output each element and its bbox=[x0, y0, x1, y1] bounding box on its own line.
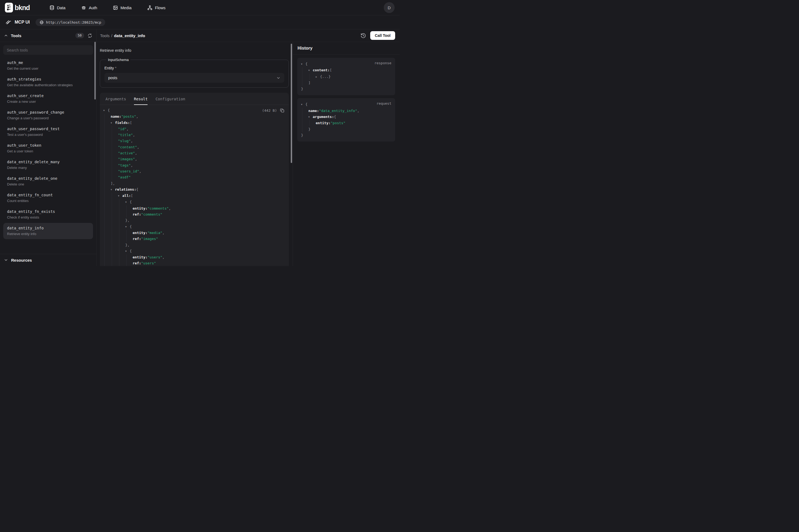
tool-detail-panel: Retrieve entity info InputSchema Entity*… bbox=[97, 42, 293, 266]
json-row: ▼all: [ bbox=[103, 193, 285, 199]
breadcrumb-bar: Tools/data_entity_info Call Tool bbox=[97, 29, 400, 42]
tool-description: Test a user's password bbox=[7, 133, 89, 137]
breadcrumb-root[interactable]: Tools bbox=[100, 33, 110, 38]
tabs: Arguments Result Configuration bbox=[100, 93, 289, 105]
tool-list-item-data_entity_fn_exists[interactable]: data_entity_fn_existsCheck if entity exi… bbox=[3, 206, 93, 223]
json-row: ▼arguments: { bbox=[301, 114, 392, 120]
json-row: ▼{ bbox=[103, 224, 285, 230]
image-icon bbox=[113, 5, 118, 10]
tool-list-item-auth_strategies[interactable]: auth_strategiesGet the available authent… bbox=[3, 74, 93, 90]
call-tool-button[interactable]: Call Tool bbox=[370, 31, 395, 40]
tool-list-item-auth_user_create[interactable]: auth_user_createCreate a new user bbox=[3, 91, 93, 107]
collapse-toggle-icon[interactable]: ▼ bbox=[125, 224, 130, 230]
json-row: "id", bbox=[103, 126, 285, 132]
tab-result[interactable]: Result bbox=[134, 93, 148, 105]
search-input[interactable] bbox=[3, 45, 93, 55]
tool-list-item-auth_user_password_test[interactable]: auth_user_password_testTest a user's pas… bbox=[3, 124, 93, 140]
copy-icon[interactable] bbox=[280, 108, 285, 113]
entity-select[interactable]: posts bbox=[104, 73, 284, 83]
main-nav: Data Auth Media bbox=[49, 5, 166, 10]
tool-list-item-data_entity_delete_many[interactable]: data_entity_delete_manyDelete many bbox=[3, 157, 93, 173]
collapse-toggle-icon[interactable]: ▼ bbox=[308, 114, 313, 120]
resources-section-title: Resources bbox=[11, 258, 32, 263]
collapse-toggle-icon[interactable]: ▼ bbox=[118, 193, 122, 199]
bknd-logo[interactable]: bknd bbox=[5, 3, 30, 13]
breadcrumb: Tools/data_entity_info bbox=[100, 33, 145, 38]
tool-name: auth_strategies bbox=[7, 77, 89, 81]
history-title: History bbox=[298, 46, 312, 51]
tool-list-item-data_entity_delete_one[interactable]: data_entity_delete_oneDelete one bbox=[3, 173, 93, 190]
tool-description: Get the available authentication strateg… bbox=[7, 83, 89, 87]
tools-list: auth_meGet the current userauth_strategi… bbox=[0, 57, 96, 254]
json-row: "asdf" bbox=[103, 174, 285, 180]
history-entry-request[interactable]: request ▼{name: "data_entity_info",▼argu… bbox=[297, 98, 395, 141]
tool-name: auth_user_token bbox=[7, 143, 89, 148]
sidebar-scrollbar[interactable] bbox=[94, 42, 96, 99]
tool-list-item-data_entity_fn_count[interactable]: data_entity_fn_countCount entities bbox=[3, 190, 93, 206]
fingerprint-icon bbox=[81, 5, 86, 10]
tool-list-item-auth_me[interactable]: auth_meGet the current user bbox=[3, 57, 93, 74]
entity-select-value: posts bbox=[108, 76, 117, 80]
result-card: Arguments Result Configuration (442 B) bbox=[100, 93, 289, 266]
user-avatar[interactable]: D bbox=[384, 2, 395, 13]
json-row: } bbox=[301, 132, 392, 138]
json-row: ▼fields: [ bbox=[103, 120, 285, 126]
json-row: ▼{ bbox=[103, 199, 285, 205]
json-row: ref: "images" bbox=[103, 236, 285, 242]
flow-graph-icon bbox=[147, 5, 152, 10]
nav-item-media[interactable]: Media bbox=[113, 5, 132, 10]
refresh-tools-button[interactable] bbox=[88, 33, 92, 38]
json-row: "images", bbox=[103, 156, 285, 162]
avatar-initial: D bbox=[388, 5, 391, 10]
collapse-toggle-icon[interactable]: ▼ bbox=[308, 67, 313, 74]
nav-item-auth[interactable]: Auth bbox=[81, 5, 97, 10]
json-row: ▼{ bbox=[103, 107, 285, 114]
main-scrollbar[interactable] bbox=[291, 44, 292, 163]
collapse-toggle-icon[interactable]: ▼ bbox=[103, 107, 108, 114]
expand-toggle-icon[interactable]: ▶ bbox=[316, 74, 320, 80]
mcp-url-pill[interactable]: http://localhost:28623/mcp bbox=[36, 19, 106, 26]
json-row: entity: "users", bbox=[103, 254, 285, 260]
collapse-toggle-icon[interactable]: ▼ bbox=[125, 248, 130, 254]
collapse-toggle-icon[interactable]: ▼ bbox=[111, 187, 115, 193]
input-schema-fieldset: InputSchema Entity* posts bbox=[100, 58, 289, 88]
collapse-toggle-icon[interactable]: ▼ bbox=[111, 120, 115, 126]
history-panel: History response ▼{▼content: [▶{...}]} r… bbox=[293, 42, 400, 266]
history-entry-response[interactable]: response ▼{▼content: [▶{...}]} bbox=[297, 58, 395, 95]
input-schema-legend: InputSchema bbox=[106, 58, 131, 62]
json-row: ], bbox=[103, 180, 285, 187]
json-row: "active", bbox=[103, 150, 285, 156]
nav-item-data[interactable]: Data bbox=[49, 5, 65, 10]
tool-description: Retrieve entity info bbox=[7, 232, 89, 236]
json-row: }, bbox=[103, 242, 285, 248]
resources-section-header[interactable]: Resources bbox=[0, 254, 96, 266]
tools-sidebar: Tools 50 auth_meGet the current userauth… bbox=[0, 29, 97, 266]
mcp-header: MCP UI http://localhost:28623/mcp bbox=[0, 16, 400, 29]
tool-name: data_entity_delete_many bbox=[7, 160, 89, 164]
tool-description: Count entities bbox=[7, 199, 89, 203]
collapse-toggle-icon[interactable]: ▼ bbox=[301, 61, 305, 67]
tools-section-header[interactable]: Tools 50 bbox=[0, 29, 96, 42]
collapse-toggle-icon[interactable]: ▼ bbox=[125, 199, 130, 205]
collapse-toggle-icon[interactable]: ▼ bbox=[301, 101, 305, 108]
mcp-url: http://localhost:28623/mcp bbox=[46, 20, 101, 24]
nav-item-flows[interactable]: Flows bbox=[147, 5, 166, 10]
tab-arguments[interactable]: Arguments bbox=[106, 93, 126, 105]
history-response-rows: ▼{▼content: [▶{...}]} bbox=[301, 61, 392, 92]
tool-description: Retrieve entity info bbox=[100, 48, 289, 53]
tool-list-item-auth_user_token[interactable]: auth_user_tokenGet a user token bbox=[3, 140, 93, 156]
tab-configuration[interactable]: Configuration bbox=[155, 93, 185, 105]
result-size-label: (442 B) bbox=[262, 109, 277, 113]
json-row: entity: "posts" bbox=[301, 120, 392, 126]
tool-list-item-auth_user_password_change[interactable]: auth_user_password_changeChange a user's… bbox=[3, 107, 93, 124]
tool-description: Change a user's password bbox=[7, 116, 89, 120]
entity-field-label: Entity* bbox=[104, 66, 284, 70]
json-row: name: "data_entity_info", bbox=[301, 108, 392, 114]
tool-name: data_entity_fn_exists bbox=[7, 209, 89, 214]
result-json-rows[interactable]: ▼{name: "posts",▼fields: ["id","title","… bbox=[103, 107, 285, 266]
tool-list-item-data_entity_info[interactable]: data_entity_infoRetrieve entity info bbox=[3, 223, 93, 239]
json-row: } bbox=[301, 126, 392, 132]
history-icon-button[interactable] bbox=[360, 33, 366, 38]
json-row: "slug", bbox=[103, 138, 285, 144]
tool-name: auth_user_password_change bbox=[7, 110, 89, 114]
